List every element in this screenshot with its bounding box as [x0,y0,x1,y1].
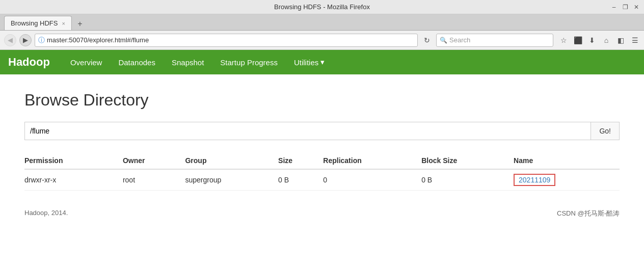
footer-left: Hadoop, 2014. [24,209,68,218]
cell-owner: root [123,169,185,191]
col-owner: Owner [123,152,185,169]
nav-overview[interactable]: Overview [62,50,111,74]
cell-name: 20211109 [514,169,620,191]
table-row: drwxr-xr-x root supergroup 0 B 0 0 B 202… [24,169,620,191]
hadoop-brand: Hadoop [8,56,50,69]
search-placeholder: Search [449,36,470,44]
footer-right: CSDN @托马斯-酷涛 [557,209,620,218]
forward-button[interactable]: ▶ [19,34,32,46]
window-title: Browsing HDFS - Mozilla Firefox [274,3,370,11]
nav-datanodes[interactable]: Datanodes [110,50,164,74]
table-header: Permission Owner Group Size Replication … [24,152,620,169]
toolbar-icons: ☆ ⬛ ⬇ ⌂ ◧ ☰ [558,35,640,45]
path-input[interactable] [24,122,591,140]
title-bar: Browsing HDFS - Mozilla Firefox – ❐ ✕ [0,0,644,14]
path-row: Go! [24,122,620,140]
restore-button[interactable]: ❐ [622,4,629,11]
col-permission: Permission [24,152,123,169]
nav-snapshot[interactable]: Snapshot [164,50,212,74]
footer: Hadoop, 2014. CSDN @托马斯-酷涛 [0,203,644,224]
hadoop-navbar: Hadoop Overview Datanodes Snapshot Start… [0,50,644,74]
back-icon: ◀ [8,36,13,44]
name-link[interactable]: 20211109 [514,174,555,186]
bookmark-icon[interactable]: ☆ [558,35,569,45]
close-button[interactable]: ✕ [633,4,640,11]
cell-group: supergroup [185,169,278,191]
back-button[interactable]: ◀ [4,34,16,46]
directory-table: Permission Owner Group Size Replication … [24,152,620,191]
home-icon[interactable]: ⌂ [601,35,611,45]
pocket-icon[interactable]: ◧ [615,35,626,45]
address-bar: ◀ ▶ ⓘ master:50070/explorer.html#/flume … [0,31,644,50]
search-icon: 🔍 [440,37,447,44]
download-icon[interactable]: ⬇ [587,35,597,45]
tab-bar: Browsing HDFS × + [0,14,644,31]
nav-utilities[interactable]: Utilities ▾ [286,50,333,74]
reload-button[interactable]: ↻ [421,34,433,46]
forward-icon: ▶ [23,36,28,44]
tab-close-button[interactable]: × [62,20,65,26]
address-input[interactable]: ⓘ master:50070/explorer.html#/flume [35,34,418,47]
page-title: Browse Directory [24,91,620,110]
window-controls: – ❐ ✕ [610,4,640,11]
history-icon[interactable]: ⬛ [573,35,583,45]
col-size: Size [278,152,323,169]
new-tab-button[interactable]: + [74,18,86,30]
col-replication: Replication [323,152,421,169]
cell-replication: 0 [323,169,421,191]
col-name: Name [514,152,620,169]
go-button[interactable]: Go! [591,122,620,140]
minimize-button[interactable]: – [610,4,618,11]
cell-size: 0 B [278,169,323,191]
nav-startup-progress[interactable]: Startup Progress [212,50,286,74]
reload-icon: ↻ [424,36,430,44]
col-block-size: Block Size [421,152,514,169]
browser-tab[interactable]: Browsing HDFS × [4,16,72,30]
search-box[interactable]: 🔍 Search [436,34,553,47]
nav-utilities-label: Utilities [294,58,318,67]
info-icon: ⓘ [38,36,45,45]
menu-icon[interactable]: ☰ [630,35,640,45]
col-group: Group [185,152,278,169]
tab-label: Browsing HDFS [11,19,58,27]
main-content: Browse Directory Go! Permission Owner Gr… [0,74,644,199]
table-body: drwxr-xr-x root supergroup 0 B 0 0 B 202… [24,169,620,191]
cell-permission: drwxr-xr-x [24,169,123,191]
url-text: master:50070/explorer.html#/flume [47,36,149,44]
dropdown-chevron-icon: ▾ [320,58,325,67]
cell-block-size: 0 B [421,169,514,191]
